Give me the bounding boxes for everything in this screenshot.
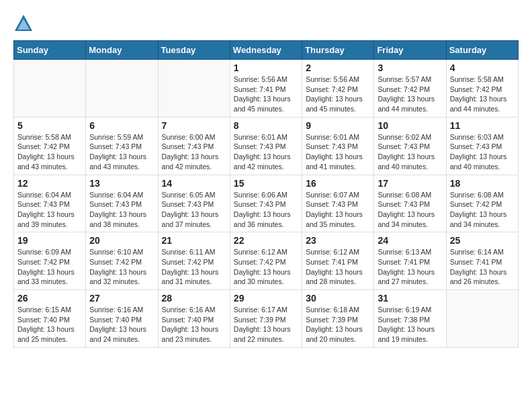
day-number: 3 <box>378 62 442 73</box>
day-info: Sunrise: 5:57 AM Sunset: 7:42 PM Dayligh… <box>378 75 442 114</box>
calendar-cell: 11Sunrise: 6:03 AM Sunset: 7:43 PM Dayli… <box>446 117 518 175</box>
calendar-cell: 9Sunrise: 6:01 AM Sunset: 7:43 PM Daylig… <box>302 117 374 175</box>
day-info: Sunrise: 6:05 AM Sunset: 7:43 PM Dayligh… <box>162 190 226 230</box>
calendar-cell: 7Sunrise: 6:00 AM Sunset: 7:43 PM Daylig… <box>158 117 230 175</box>
calendar-cell: 3Sunrise: 5:57 AM Sunset: 7:42 PM Daylig… <box>374 60 446 118</box>
day-number: 17 <box>378 178 442 189</box>
calendar-cell <box>158 60 230 118</box>
day-info: Sunrise: 6:19 AM Sunset: 7:38 PM Dayligh… <box>378 305 442 345</box>
calendar-cell: 21Sunrise: 6:11 AM Sunset: 7:42 PM Dayli… <box>158 232 230 290</box>
day-number: 14 <box>162 178 226 189</box>
calendar-cell: 2Sunrise: 5:56 AM Sunset: 7:42 PM Daylig… <box>302 60 374 118</box>
week-row-4: 19Sunrise: 6:09 AM Sunset: 7:42 PM Dayli… <box>14 232 519 290</box>
calendar-cell: 6Sunrise: 5:59 AM Sunset: 7:43 PM Daylig… <box>86 117 158 175</box>
calendar-cell: 23Sunrise: 6:12 AM Sunset: 7:41 PM Dayli… <box>302 232 374 290</box>
day-number: 1 <box>234 62 298 73</box>
day-header-monday: Monday <box>86 41 158 60</box>
calendar-cell: 30Sunrise: 6:18 AM Sunset: 7:39 PM Dayli… <box>302 290 374 348</box>
day-info: Sunrise: 6:09 AM Sunset: 7:42 PM Dayligh… <box>17 247 82 287</box>
day-info: Sunrise: 5:56 AM Sunset: 7:42 PM Dayligh… <box>306 75 370 114</box>
calendar-cell: 10Sunrise: 6:02 AM Sunset: 7:43 PM Dayli… <box>374 117 446 175</box>
day-info: Sunrise: 6:10 AM Sunset: 7:42 PM Dayligh… <box>89 247 154 287</box>
day-info: Sunrise: 6:13 AM Sunset: 7:41 PM Dayligh… <box>378 247 442 287</box>
week-row-5: 26Sunrise: 6:15 AM Sunset: 7:40 PM Dayli… <box>14 290 519 348</box>
calendar-cell: 12Sunrise: 6:04 AM Sunset: 7:43 PM Dayli… <box>14 175 86 232</box>
day-number: 21 <box>162 235 226 246</box>
day-number: 13 <box>89 178 154 189</box>
logo-icon <box>13 13 34 34</box>
calendar-cell: 17Sunrise: 6:08 AM Sunset: 7:43 PM Dayli… <box>374 175 446 232</box>
day-info: Sunrise: 6:03 AM Sunset: 7:43 PM Dayligh… <box>450 132 515 172</box>
day-number: 29 <box>234 293 298 304</box>
day-header-sunday: Sunday <box>14 41 86 60</box>
day-info: Sunrise: 6:06 AM Sunset: 7:43 PM Dayligh… <box>234 190 298 230</box>
day-info: Sunrise: 6:00 AM Sunset: 7:43 PM Dayligh… <box>162 132 226 172</box>
calendar-cell: 28Sunrise: 6:16 AM Sunset: 7:40 PM Dayli… <box>158 290 230 348</box>
day-info: Sunrise: 6:16 AM Sunset: 7:40 PM Dayligh… <box>89 305 154 345</box>
calendar-table: SundayMondayTuesdayWednesdayThursdayFrid… <box>13 40 519 348</box>
day-header-friday: Friday <box>374 41 446 60</box>
calendar-cell: 8Sunrise: 6:01 AM Sunset: 7:43 PM Daylig… <box>230 117 302 175</box>
calendar-cell: 13Sunrise: 6:04 AM Sunset: 7:43 PM Dayli… <box>86 175 158 232</box>
day-number: 23 <box>306 235 370 246</box>
day-header-saturday: Saturday <box>446 41 518 60</box>
day-info: Sunrise: 6:02 AM Sunset: 7:43 PM Dayligh… <box>378 132 442 172</box>
calendar-cell: 29Sunrise: 6:17 AM Sunset: 7:39 PM Dayli… <box>230 290 302 348</box>
day-info: Sunrise: 6:14 AM Sunset: 7:41 PM Dayligh… <box>450 247 515 287</box>
day-info: Sunrise: 6:08 AM Sunset: 7:43 PM Dayligh… <box>378 190 442 230</box>
day-info: Sunrise: 5:59 AM Sunset: 7:43 PM Dayligh… <box>89 132 154 172</box>
day-info: Sunrise: 5:56 AM Sunset: 7:41 PM Dayligh… <box>234 75 298 114</box>
day-info: Sunrise: 6:08 AM Sunset: 7:42 PM Dayligh… <box>450 190 515 230</box>
day-info: Sunrise: 6:04 AM Sunset: 7:43 PM Dayligh… <box>17 190 82 230</box>
calendar-header-row: SundayMondayTuesdayWednesdayThursdayFrid… <box>14 41 519 60</box>
day-header-thursday: Thursday <box>302 41 374 60</box>
week-row-1: 1Sunrise: 5:56 AM Sunset: 7:41 PM Daylig… <box>14 60 519 118</box>
calendar-cell: 18Sunrise: 6:08 AM Sunset: 7:42 PM Dayli… <box>446 175 518 232</box>
day-info: Sunrise: 6:01 AM Sunset: 7:43 PM Dayligh… <box>234 132 298 172</box>
calendar-cell: 27Sunrise: 6:16 AM Sunset: 7:40 PM Dayli… <box>86 290 158 348</box>
calendar-cell: 20Sunrise: 6:10 AM Sunset: 7:42 PM Dayli… <box>86 232 158 290</box>
calendar-cell: 24Sunrise: 6:13 AM Sunset: 7:41 PM Dayli… <box>374 232 446 290</box>
day-number: 27 <box>89 293 154 304</box>
calendar-cell: 22Sunrise: 6:12 AM Sunset: 7:42 PM Dayli… <box>230 232 302 290</box>
day-info: Sunrise: 6:07 AM Sunset: 7:43 PM Dayligh… <box>306 190 370 230</box>
calendar-cell: 1Sunrise: 5:56 AM Sunset: 7:41 PM Daylig… <box>230 60 302 118</box>
calendar-cell <box>446 290 518 348</box>
day-info: Sunrise: 6:12 AM Sunset: 7:42 PM Dayligh… <box>234 247 298 287</box>
day-info: Sunrise: 6:16 AM Sunset: 7:40 PM Dayligh… <box>162 305 226 345</box>
day-number: 20 <box>89 235 154 246</box>
day-number: 5 <box>17 120 82 131</box>
day-number: 18 <box>450 178 515 189</box>
day-header-wednesday: Wednesday <box>230 41 302 60</box>
page-header <box>13 13 519 34</box>
calendar-cell <box>86 60 158 118</box>
week-row-3: 12Sunrise: 6:04 AM Sunset: 7:43 PM Dayli… <box>14 175 519 232</box>
calendar-cell: 19Sunrise: 6:09 AM Sunset: 7:42 PM Dayli… <box>14 232 86 290</box>
day-number: 4 <box>450 62 515 73</box>
calendar-cell: 4Sunrise: 5:58 AM Sunset: 7:42 PM Daylig… <box>446 60 518 118</box>
day-info: Sunrise: 5:58 AM Sunset: 7:42 PM Dayligh… <box>450 75 515 114</box>
day-number: 25 <box>450 235 515 246</box>
day-number: 22 <box>234 235 298 246</box>
day-number: 31 <box>378 293 442 304</box>
day-number: 28 <box>162 293 226 304</box>
day-number: 11 <box>450 120 515 131</box>
week-row-2: 5Sunrise: 5:58 AM Sunset: 7:42 PM Daylig… <box>14 117 519 175</box>
calendar-cell: 5Sunrise: 5:58 AM Sunset: 7:42 PM Daylig… <box>14 117 86 175</box>
day-number: 26 <box>17 293 82 304</box>
day-info: Sunrise: 6:15 AM Sunset: 7:40 PM Dayligh… <box>17 305 82 345</box>
calendar-cell: 14Sunrise: 6:05 AM Sunset: 7:43 PM Dayli… <box>158 175 230 232</box>
day-number: 15 <box>234 178 298 189</box>
day-info: Sunrise: 6:17 AM Sunset: 7:39 PM Dayligh… <box>234 305 298 345</box>
day-info: Sunrise: 5:58 AM Sunset: 7:42 PM Dayligh… <box>17 132 82 172</box>
day-info: Sunrise: 6:12 AM Sunset: 7:41 PM Dayligh… <box>306 247 370 287</box>
day-number: 30 <box>306 293 370 304</box>
day-number: 7 <box>162 120 226 131</box>
day-info: Sunrise: 6:18 AM Sunset: 7:39 PM Dayligh… <box>306 305 370 345</box>
calendar-cell: 16Sunrise: 6:07 AM Sunset: 7:43 PM Dayli… <box>302 175 374 232</box>
day-number: 16 <box>306 178 370 189</box>
calendar-cell: 31Sunrise: 6:19 AM Sunset: 7:38 PM Dayli… <box>374 290 446 348</box>
calendar-cell: 15Sunrise: 6:06 AM Sunset: 7:43 PM Dayli… <box>230 175 302 232</box>
calendar-cell: 26Sunrise: 6:15 AM Sunset: 7:40 PM Dayli… <box>14 290 86 348</box>
day-number: 6 <box>89 120 154 131</box>
